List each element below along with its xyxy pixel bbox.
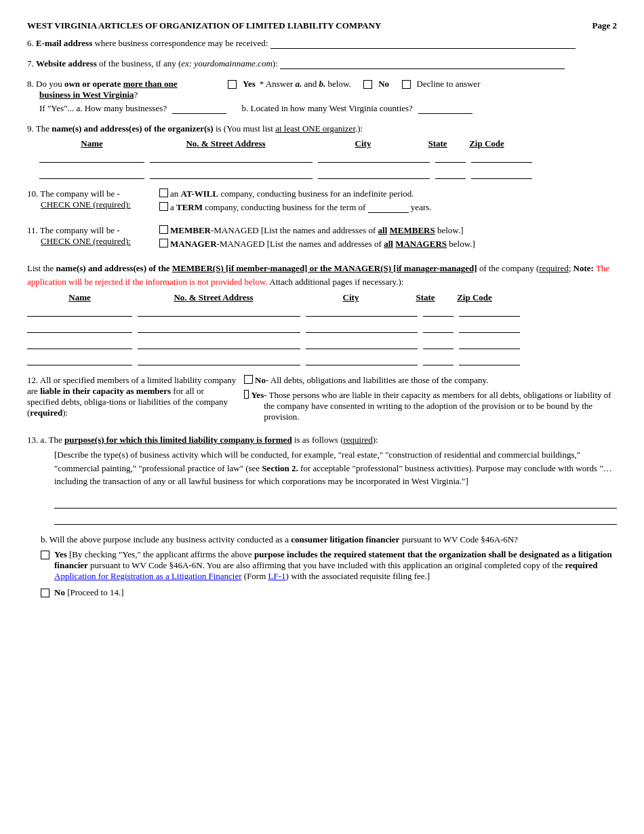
q11-name-3[interactable] bbox=[27, 337, 132, 349]
q11-addr-3[interactable] bbox=[138, 337, 300, 349]
q13-yes-link[interactable]: Application for Registration as a Litiga… bbox=[54, 571, 242, 581]
q10-term-rest: company, conducting business for the ter… bbox=[203, 202, 365, 212]
q10-years-input[interactable] bbox=[368, 202, 409, 213]
q11-member-checkbox[interactable] bbox=[159, 225, 168, 234]
q11-addr-2[interactable] bbox=[138, 321, 300, 333]
q11-text2: CHECK ONE (required): bbox=[41, 236, 131, 246]
q11-list-underline2: required bbox=[539, 263, 568, 273]
q9-city-1[interactable] bbox=[318, 151, 430, 163]
q10-option2-row: a TERM company, conducting business for … bbox=[159, 202, 617, 213]
q6-input[interactable] bbox=[270, 38, 576, 49]
q11-city-3[interactable] bbox=[306, 337, 418, 349]
q8-yes-checkbox[interactable] bbox=[228, 80, 237, 89]
q11-col-state: State bbox=[407, 292, 444, 303]
table-row bbox=[27, 337, 617, 349]
member-manager-list: List the name(s) and address(es) of the … bbox=[27, 262, 617, 365]
q9-name-2[interactable] bbox=[39, 167, 144, 179]
question-13: 13. a. The purpose(s) for which this lim… bbox=[27, 435, 617, 598]
q11-city-2[interactable] bbox=[306, 321, 418, 333]
q11-manager-checkbox[interactable] bbox=[159, 239, 168, 247]
q8-b-input[interactable] bbox=[418, 103, 472, 114]
q9-addr-1[interactable] bbox=[150, 151, 313, 163]
q11-manager-end: below.] bbox=[447, 239, 475, 249]
q11-zip-3[interactable] bbox=[459, 337, 520, 349]
q13-b-bold: consumer litigation financier bbox=[291, 534, 399, 544]
q11-city-1[interactable] bbox=[306, 304, 418, 317]
q11-member-rest: -MANAGED [List the names and addresses o… bbox=[211, 225, 378, 235]
q10-label: 10. bbox=[27, 188, 38, 199]
q11-zip-4[interactable] bbox=[459, 353, 520, 365]
q8-yes-label: Yes bbox=[243, 79, 256, 90]
q10-text2: CHECK ONE (required): bbox=[41, 199, 131, 210]
q13-yes-desc3: . You are also affirming that you have i… bbox=[203, 560, 565, 570]
q9-col-state: State bbox=[419, 138, 456, 149]
question-11: 11. The company will be - CHECK ONE (req… bbox=[27, 225, 617, 252]
q13-no-checkbox[interactable] bbox=[41, 589, 49, 597]
q11-members-bold: MEMBERS bbox=[390, 225, 435, 235]
q12-text3: ): bbox=[62, 408, 68, 418]
q9-addr-2[interactable] bbox=[150, 167, 313, 179]
q8-decline-label: Decline to answer bbox=[417, 79, 481, 90]
q11-zip-1[interactable] bbox=[459, 304, 520, 317]
q9-name-1[interactable] bbox=[39, 151, 144, 163]
q13-input-line-2[interactable] bbox=[54, 511, 617, 525]
q12-no-text: - All debts, obligations and liabilities… bbox=[266, 375, 488, 386]
q13-label: 13. bbox=[27, 435, 38, 445]
q11-state-4[interactable] bbox=[423, 353, 454, 365]
q9-col-addr: No. & Street Address bbox=[144, 138, 307, 149]
q13-b-label: b. bbox=[41, 534, 47, 544]
q11-name-2[interactable] bbox=[27, 321, 132, 333]
q11-list-text1: List the bbox=[27, 263, 56, 273]
q11-addr-1[interactable] bbox=[138, 304, 300, 317]
q9-zip-2[interactable] bbox=[471, 167, 532, 179]
q12-bold2: required bbox=[30, 408, 62, 418]
q9-end: .): bbox=[355, 123, 363, 134]
q10-atwill-checkbox[interactable] bbox=[159, 188, 168, 197]
q11-list-text2: of the company ( bbox=[477, 263, 540, 273]
q11-label: 11. bbox=[27, 225, 38, 235]
q10-option1-row: an AT-WILL company, conducting business … bbox=[159, 188, 617, 199]
q11-list-bold1: name(s) and address(es) of the bbox=[56, 263, 172, 273]
table-row bbox=[39, 167, 617, 179]
table-row bbox=[27, 321, 617, 333]
q11-member-bold: MEMBER bbox=[170, 225, 211, 235]
q8-q: ? bbox=[134, 90, 138, 100]
question-12: 12. All or specified members of a limite… bbox=[27, 375, 617, 425]
q9-zip-1[interactable] bbox=[471, 151, 532, 163]
q13-yes-checkbox[interactable] bbox=[41, 551, 49, 559]
q12-yes-row: Yes - Those persons who are liable in th… bbox=[244, 390, 617, 422]
q9-state-2[interactable] bbox=[435, 167, 466, 179]
q11-col-zip: Zip Code bbox=[444, 292, 505, 303]
q11-addr-4[interactable] bbox=[138, 353, 300, 365]
q8-decline-checkbox[interactable] bbox=[402, 80, 411, 89]
q10-years-end: years. bbox=[411, 202, 432, 212]
q9-text: The bbox=[36, 123, 52, 134]
q9-city-2[interactable] bbox=[318, 167, 430, 179]
q13-underline1: purpose(s) for which this limited liabil… bbox=[64, 435, 292, 445]
q12-no-checkbox[interactable] bbox=[244, 375, 253, 384]
q6-text: where business correspondence may be rec… bbox=[92, 38, 268, 48]
q13-b-text2: pursuant to WV Code §46A-6N? bbox=[399, 534, 518, 544]
page-number: Page 2 bbox=[592, 20, 617, 31]
q11-zip-2[interactable] bbox=[459, 321, 520, 333]
q11-member-end: below.] bbox=[435, 225, 464, 235]
q10-term-checkbox[interactable] bbox=[159, 202, 168, 211]
q7-input[interactable] bbox=[280, 58, 565, 69]
q11-state-3[interactable] bbox=[423, 337, 454, 349]
q11-name-1[interactable] bbox=[27, 304, 132, 317]
q11-text1: The company will be - bbox=[40, 225, 120, 235]
q11-state-2[interactable] bbox=[423, 321, 454, 333]
q11-col-city: City bbox=[295, 292, 407, 303]
q13-yes-link3[interactable]: LF-1 bbox=[268, 571, 286, 581]
q11-state-1[interactable] bbox=[423, 304, 454, 317]
q13-yes-link2: (Form bbox=[242, 571, 268, 581]
q12-yes-checkbox[interactable] bbox=[244, 390, 249, 399]
q11-name-4[interactable] bbox=[27, 353, 132, 365]
q8-a-input[interactable] bbox=[172, 103, 226, 114]
q7-after: ): bbox=[273, 58, 278, 68]
question-7: 7. Website address of the business, if a… bbox=[27, 58, 617, 69]
q8-no-checkbox[interactable] bbox=[363, 80, 372, 89]
q11-city-4[interactable] bbox=[306, 353, 418, 365]
q13-input-line-1[interactable] bbox=[54, 495, 617, 509]
q9-state-1[interactable] bbox=[435, 151, 466, 163]
